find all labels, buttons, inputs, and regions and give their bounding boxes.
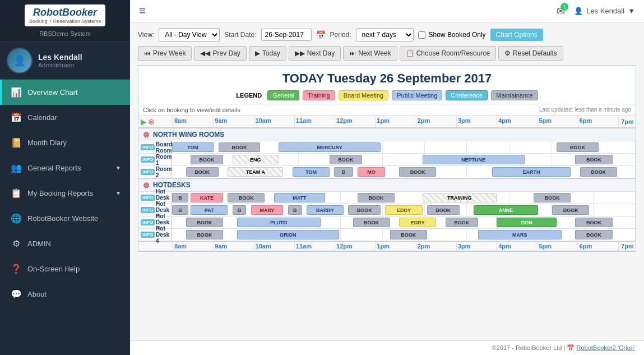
booking-book2-room2[interactable]: BOOK [399, 167, 436, 177]
booking-mercury-boardroom[interactable]: MERCURY [279, 142, 381, 152]
booking-book3-room2[interactable]: BOOK [580, 167, 617, 177]
time-7pm: 7pm [619, 116, 636, 127]
booking-b-hd1[interactable]: B [172, 193, 188, 202]
room2-label: iNFO Room 2 [138, 166, 172, 178]
booking-book1-room2[interactable]: BOOK [186, 167, 219, 177]
booking-eddy-hd3[interactable]: EDDY [399, 218, 436, 227]
booking-book2-room1[interactable]: BOOK [330, 155, 362, 164]
sidebar-item-month-diary[interactable]: 📔 Month Diary [0, 130, 130, 155]
booking-book1-boardroom[interactable]: BOOK [219, 142, 260, 152]
room2-timeline: BOOK TEAM A TOM B MO BOOK EARTH BOOK [172, 166, 636, 178]
booking-mary-hd2[interactable]: MARY [251, 205, 284, 215]
notification-badge: 1 [560, 3, 568, 11]
booking-orion-hd4[interactable]: ORION [237, 230, 339, 239]
sidebar-item-calendar[interactable]: 📅 Calendar [0, 105, 130, 130]
booking-tom-room2[interactable]: TOM [293, 167, 330, 177]
booking-book3-hd2[interactable]: BOOK [552, 205, 589, 215]
room1-info-badge[interactable]: iNFO [141, 156, 155, 163]
time-header: 8am 9am 10am 11am 12pm 1pm 2pm 3pm 4pm 5… [173, 116, 619, 127]
booking-b1-hd2[interactable]: B [172, 205, 188, 215]
booking-book1-room1[interactable]: BOOK [191, 155, 223, 164]
footer-link[interactable]: RobotBooker2 'Orion' [577, 344, 635, 351]
booking-earth-room2[interactable]: EARTH [492, 167, 571, 177]
next-day-button[interactable]: ▶▶ Next Day [289, 46, 341, 61]
start-date-input[interactable] [261, 29, 312, 41]
booking-book2-hd3[interactable]: BOOK [353, 218, 390, 227]
hotdesk2-info-badge[interactable]: iNFO [141, 207, 155, 213]
booking-training-hd1[interactable]: TRAINING [423, 193, 497, 202]
time-4pm: 4pm [497, 116, 538, 127]
booking-book3-room1[interactable]: BOOK [575, 155, 612, 164]
booking-book1-hd2[interactable]: BOOK [348, 205, 381, 215]
general-reports-icon: 👥 [11, 163, 22, 173]
view-select[interactable]: All - Day View Day View Week View [159, 28, 220, 42]
hotdesk4-name: Hot Desk 4 [156, 225, 169, 244]
booking-book2-hd2[interactable]: BOOK [427, 205, 460, 215]
user-menu[interactable]: 👤 Les Kendall ▼ [574, 7, 635, 15]
footer: ©2017 - RobotBooker Ltd | 📅 RobotBooker2… [130, 340, 644, 355]
sidebar-item-about[interactable]: 💬 About [0, 282, 130, 307]
booking-book4-hd3[interactable]: BOOK [575, 218, 612, 227]
booking-book2-boardroom[interactable]: BOOK [557, 142, 598, 152]
booking-eng-room1[interactable]: ENG [233, 155, 279, 164]
sidebar-item-on-screen-help[interactable]: ❓ On-Screen Help [0, 256, 130, 282]
booking-book3-hd1[interactable]: BOOK [534, 193, 571, 202]
booking-book2-hd4[interactable]: BOOK [390, 230, 427, 239]
today-button[interactable]: ▶ Today [249, 46, 286, 61]
booking-barry-hd2[interactable]: BARRY [307, 205, 344, 215]
next-week-button[interactable]: ⏭ Next Week [343, 46, 397, 61]
booking-b2-hd2[interactable]: B [233, 205, 247, 215]
booking-b3-hd2[interactable]: B [288, 205, 302, 215]
booking-mo-room2[interactable]: MO [358, 167, 386, 177]
sidebar-item-robotbooker-website[interactable]: 🌐 RobotBooker Website [0, 206, 130, 231]
north-wing-label: NORTH WING ROOMS [153, 131, 224, 139]
booking-book2-hd1[interactable]: BOOK [358, 193, 395, 202]
prev-day-button[interactable]: ◀◀ Prev Day [194, 46, 246, 61]
play-control-icon[interactable]: ▶ [141, 117, 147, 126]
booking-anne-hd2[interactable]: ANNE [474, 205, 539, 215]
show-booked-checkbox[interactable] [418, 31, 425, 39]
booking-pat-hd2[interactable]: PAT [191, 205, 228, 215]
booking-teama-room2[interactable]: TEAM A [228, 167, 283, 177]
period-select[interactable]: next 7 days next 14 days next 30 days [356, 28, 414, 42]
menu-icon[interactable]: ≡ [139, 4, 146, 17]
booking-book1-hd3[interactable]: BOOK [186, 218, 223, 227]
booking-book3-hd3[interactable]: BOOK [446, 218, 478, 227]
booking-matt-hd1[interactable]: MATT [274, 193, 325, 202]
booking-b-room2[interactable]: B [334, 167, 353, 177]
user-info: Les Kendall Administrator [38, 53, 82, 68]
room2-info-badge[interactable]: iNFO [141, 169, 155, 175]
hotdesk4-info-badge[interactable]: iNFO [141, 232, 155, 238]
sidebar-item-overview-chart[interactable]: 📊 Overview Chart [0, 80, 130, 105]
choose-room-button[interactable]: 📋 Choose Room/Resource [400, 46, 496, 61]
reset-defaults-button[interactable]: ⚙ Reset Defaults [498, 46, 563, 61]
hotdesk4-timeline: BOOK ORION BOOK MARS BOOK [172, 229, 636, 241]
footer-copyright: ©2017 - RobotBooker Ltd | [492, 344, 567, 351]
board-room-info-badge[interactable]: iNFO [141, 144, 155, 150]
sidebar-label-about: About [27, 290, 121, 298]
chart-options-button[interactable]: Chart Options [490, 29, 543, 41]
hotdesk1-info-badge[interactable]: iNFO [141, 195, 155, 201]
booking-don-hd3[interactable]: DON [497, 218, 557, 227]
sidebar-item-general-reports[interactable]: 👥 General Reports ▼ [0, 155, 130, 181]
stop-control-icon[interactable]: ⊗ [148, 117, 155, 126]
hotdesk3-info-badge[interactable]: iNFO [141, 219, 155, 225]
booking-pluto-hd3[interactable]: PLUTO [237, 218, 321, 227]
sidebar-item-admin[interactable]: ⚙ ADMIN [0, 231, 130, 256]
booking-tom-boardroom[interactable]: TOM [172, 142, 214, 152]
booking-eddy-hd2[interactable]: EDDY [385, 205, 422, 215]
section-icon-hotdesks: ⊗ [143, 181, 150, 190]
legend-row: LEGEND General Training Board Meeting Pu… [138, 88, 636, 104]
booking-kate-hd1[interactable]: KATE [191, 193, 223, 202]
notification-bell[interactable]: ✉ 1 [557, 5, 565, 17]
calendar-picker-icon[interactable]: 📅 [316, 30, 326, 39]
booking-neptune-room1[interactable]: NEPTUNE [423, 155, 525, 164]
board-room-row: iNFO Board Room TOM BOOK MERCURY BOOK [138, 141, 636, 154]
time-header-bottom: 8am 9am 10am 11am 12pm 1pm 2pm 3pm 4pm 5… [173, 242, 619, 251]
booking-book1-hd1[interactable]: BOOK [228, 193, 265, 202]
booking-book3-hd4[interactable]: BOOK [575, 230, 612, 239]
booking-book1-hd4[interactable]: BOOK [186, 230, 223, 239]
prev-week-button[interactable]: ⏮ Prev Week [138, 46, 192, 61]
booking-mars-hd4[interactable]: MARS [478, 230, 562, 239]
sidebar-item-my-booking-reports[interactable]: 📋 My Booking Reports ▼ [0, 181, 130, 206]
